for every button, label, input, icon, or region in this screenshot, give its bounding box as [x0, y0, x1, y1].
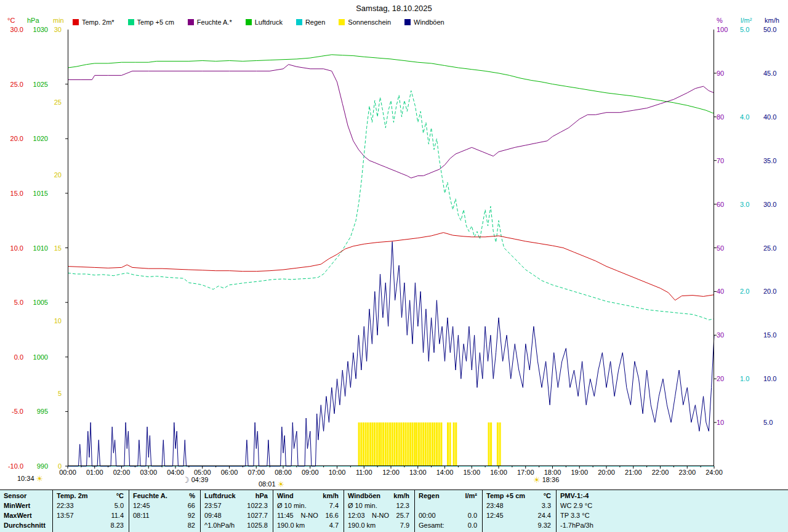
table-column: Temp. 2m°C22:335.013:5711.48.23: [52, 490, 129, 532]
table-cell-text: 190.0 km: [277, 520, 305, 530]
x-axis-labels: 00:0001:0002:0003:0004:0005:0006:0007:00…: [68, 469, 714, 477]
table-cell-text: Feuchte A.: [133, 491, 167, 501]
table-cell: 12:4524.4: [483, 510, 556, 520]
x-axis-label: 09:00: [302, 469, 319, 476]
table-cell-text: N-NO: [372, 510, 389, 520]
axis-tick-label: 100: [717, 26, 733, 33]
x-axis-label: 06:00: [221, 469, 238, 476]
table-cell-text: 1022.3: [247, 501, 268, 510]
legend-swatch: [296, 19, 302, 25]
sunshine-bar: [488, 422, 490, 466]
axis-tick-label: 5: [49, 390, 62, 397]
table-header-cell: Windkm/h: [273, 491, 344, 501]
sunshine-bar: [440, 422, 442, 466]
marker-time: 18:36: [542, 476, 560, 483]
sunshine-bar: [396, 422, 398, 466]
table-cell: MaxWert: [0, 510, 52, 520]
table-cell: 22:335.0: [53, 501, 129, 510]
table-cell-text: 12:45: [486, 510, 504, 520]
table-cell-text: 13:57: [57, 510, 74, 520]
axis-tick-label: 60: [717, 201, 733, 208]
axis-tick-label: 30: [49, 26, 62, 33]
table-cell-text: 92: [188, 510, 195, 520]
axis-tick-label: 1020: [26, 135, 48, 142]
table-cell-text: Temp. 2m: [57, 491, 88, 501]
x-axis-label: 14:00: [436, 469, 454, 476]
axis-tick-label: 15.0: [1, 190, 23, 197]
legend-label: Regen: [305, 18, 325, 26]
marker-time: 10:34: [17, 475, 34, 482]
table-header-cell: Temp. 2m°C: [53, 491, 129, 501]
axis-tick-label: 50.0: [763, 26, 787, 33]
axis-tick-label: 20.0: [763, 288, 787, 295]
sunshine-bar: [392, 422, 393, 466]
table-cell-text: 11:45: [277, 510, 294, 520]
table-header-cell: Temp +5 cm°C: [483, 491, 556, 501]
table-cell: 9.32: [483, 520, 556, 530]
axis-tick-label: 25.0: [763, 244, 787, 252]
axis-tick-label: 30: [717, 331, 733, 339]
marker-time: 04:39: [191, 476, 209, 483]
table-cell: 23:571022.3: [201, 501, 273, 510]
sunshine-bar: [416, 422, 417, 466]
sunshine-bar: [414, 422, 416, 466]
table-column: Regenl/m²00:000.0Gesamt:0.0: [414, 490, 482, 532]
sunshine-bar: [387, 422, 388, 466]
table-cell-text: hPa: [255, 491, 268, 501]
legend-label: Feuchte A.*: [197, 18, 232, 26]
legend-label: Windböen: [414, 18, 444, 26]
table-header-cell: PMV-1:-4: [557, 491, 788, 501]
sun-icon: ☀: [36, 474, 44, 483]
table-cell-text: 5.0: [115, 501, 124, 510]
legend-item: Feuchte A.*: [188, 18, 232, 26]
table-column: PMV-1:-4WC 2.9 °CTP 3.3 °C-1.7hPa/3h: [556, 490, 788, 532]
x-axis-label: 12:00: [382, 469, 400, 476]
table-cell-text: Gesamt:: [419, 520, 444, 530]
x-axis-label: 19:00: [571, 469, 588, 476]
table-cell-text: 7.9: [400, 520, 409, 530]
table-cell-text: 1025.8: [247, 520, 268, 530]
sunshine-bar: [409, 422, 411, 466]
sunshine-bar: [449, 422, 451, 466]
table-cell-text: Ø 10 min.: [277, 501, 307, 510]
axis-tick-label: 1015: [26, 190, 48, 197]
x-axis-label: 17:00: [517, 469, 534, 476]
sunshine-bar: [400, 422, 402, 466]
table-cell-text: 09:48: [204, 510, 222, 520]
x-axis-label: 11:00: [356, 469, 372, 476]
table-cell: 12:03N-NO25.7: [344, 510, 414, 520]
marker-sun-set: ☀ 18:36: [533, 475, 559, 485]
sunshine-bar: [453, 422, 455, 466]
axis-tick-label: 1.0: [740, 375, 758, 382]
sunshine-bar: [490, 422, 492, 466]
table-cell-text: °C: [116, 491, 124, 501]
sunshine-bar: [389, 422, 391, 466]
table-cell-text: %: [189, 491, 195, 501]
table-header-cell: Feuchte A.%: [129, 491, 200, 501]
table-cell: 190.0 km7.9: [344, 520, 414, 530]
unit-celsius: °C: [7, 17, 15, 24]
table-column: Windkm/hØ 10 min.7.411:45N-NO16.6190.0 k…: [273, 490, 344, 532]
sunshine-bar: [385, 422, 387, 466]
axis-tick-label: 20: [49, 171, 62, 179]
table-column: LuftdruckhPa23:571022.309:481027.7^1.0hP…: [200, 490, 273, 532]
axis-wind-kmh: 50.045.040.035.030.025.020.015.010.05.0: [763, 30, 787, 466]
table-column: SensorMinWertMaxWertDurchschnitt: [0, 490, 52, 532]
table-cell-text: 23:48: [486, 501, 504, 510]
axis-sunshine-min: 302520151050: [49, 30, 62, 466]
x-axis-label: 02:00: [113, 469, 131, 476]
unit-kmh: km/h: [765, 17, 779, 24]
axis-tick-label: 3.0: [740, 201, 758, 208]
table-cell-text: 08:11: [133, 510, 150, 520]
legend-label: Temp +5 cm: [137, 18, 174, 26]
table-cell-text: 8.23: [111, 520, 124, 530]
table-cell-text: ^1.0hPa/h: [204, 520, 235, 530]
axis-tick-label: -10.0: [1, 462, 23, 470]
unit-hpa: hPa: [27, 17, 39, 24]
axis-tick-label: 40: [717, 288, 733, 295]
table-header-cell: LuftdruckhPa: [201, 491, 273, 501]
series-feuchte: [68, 65, 714, 178]
table-cell: TP 3.3 °C: [557, 510, 788, 520]
legend-item: Sonnenschein: [339, 18, 391, 26]
table-cell-text: 23:57: [204, 501, 222, 510]
